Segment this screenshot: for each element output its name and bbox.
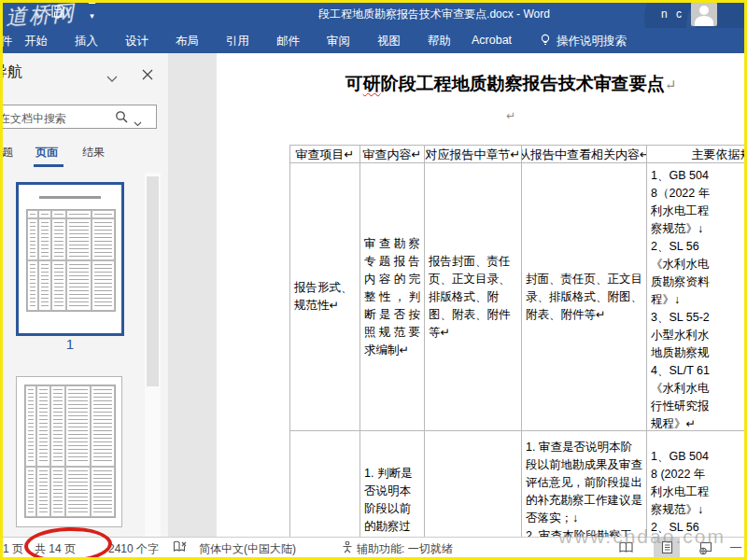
ribbon-tab-row: 文件 开始 插入 设计 布局 引用 邮件 审阅 视图 帮助 Acrobat 操作… <box>0 28 747 53</box>
navigation-pane: 导航 在文档中搜索 标题 页面 结果 1 <box>0 53 169 537</box>
tab-file[interactable]: 文件 <box>0 34 12 49</box>
search-dropdown-icon[interactable] <box>134 114 142 131</box>
table-cell: 1. 审查是否说明本阶段以前地勘成果及审查评估意见，前阶段提出的补充勘察工作建议… <box>522 431 647 537</box>
tab-mailings[interactable]: 邮件 <box>276 34 300 49</box>
table-cell: 封面、责任页、正文目录、排版格式、附图、附表、附件等↵ <box>522 163 647 431</box>
thumbnail-table <box>24 385 116 518</box>
search-placeholder: 在文档中搜索 <box>0 111 66 127</box>
screenshot-root: { "title_bar": { "title": "段工程地质勘察报告技术审查… <box>0 0 747 560</box>
table-cell: 报告形式、规范性↵ <box>290 163 360 431</box>
paragraph-mark: ↵ <box>665 77 677 92</box>
table-cell: 1. 判断是否说明本阶段以前的勘察过程，主要成 <box>360 431 425 537</box>
nav-scrollbar-thumb[interactable] <box>147 176 159 386</box>
site-url-watermark: www.cndao.com <box>558 525 726 548</box>
table-cell: 报告封面、责任页、正文目录、排版格式、附图、附表、附件等↵ <box>425 163 522 431</box>
document-heading: 可研阶段工程地质勘察报告技术审查要点↵ <box>217 72 744 96</box>
tab-insert[interactable]: 插入 <box>75 34 98 49</box>
empty-paragraph-mark: ↵ <box>217 109 744 127</box>
proofing-errors-icon[interactable] <box>173 540 188 556</box>
nav-tab-pages[interactable]: 页面 <box>35 145 58 161</box>
tab-design[interactable]: 设计 <box>125 34 148 49</box>
table-cell: 审查勘察专题报告内容的完整性，判断是否按照规范要求编制↵ <box>360 163 425 431</box>
table-cell: 1、GB 5048（2022 年 利水电工程察规范》↓ 2、SL 56《水利水电… <box>647 163 744 431</box>
tab-acrobat[interactable]: Acrobat <box>472 34 512 47</box>
table-cell: 1、GB 5048 (2022 年 利水电工程察规范》↓ 2、SL 56《水利水… <box>647 431 744 537</box>
close-icon[interactable] <box>142 67 153 84</box>
col-header-item: 审查项目↵ <box>290 146 360 163</box>
account-name[interactable]: n c <box>661 7 684 21</box>
chevron-down-icon[interactable] <box>106 70 118 87</box>
word-count[interactable]: 2410 个字 <box>108 541 159 557</box>
thumbnail-1-label: 1 <box>16 336 124 352</box>
active-tab-indicator <box>34 164 63 167</box>
thumbnail-table <box>26 209 117 312</box>
language-indicator[interactable]: 简体中文(中国大陆) <box>199 541 296 557</box>
nav-tab-headings[interactable]: 标题 <box>0 145 13 161</box>
tab-home[interactable]: 开始 <box>24 34 48 49</box>
avatar-body <box>695 16 713 26</box>
lightbulb-icon <box>540 34 551 50</box>
tell-me-search[interactable]: 操作说明搜索 <box>557 34 627 49</box>
document-page[interactable]: 可研阶段工程地质勘察报告技术审查要点↵ ↵ 审查项目↵ 审查内容↵ 对应报告中章… <box>217 53 744 537</box>
avatar-head <box>699 6 709 15</box>
accessibility-icon <box>341 540 354 556</box>
tab-layout[interactable]: 布局 <box>176 34 199 49</box>
work-area: 导航 在文档中搜索 标题 页面 结果 1 <box>0 53 747 537</box>
thumbnail-title-line <box>39 196 101 199</box>
table-cell <box>425 431 522 537</box>
tab-help[interactable]: 帮助 <box>428 34 451 49</box>
col-header-content: 审查内容↵ <box>360 146 425 163</box>
navigation-pane-title: 导航 <box>0 63 22 82</box>
nav-tab-results[interactable]: 结果 <box>82 145 105 161</box>
search-icon[interactable] <box>115 110 129 128</box>
title-bar: ▔▾ 段工程地质勘察报告技术审查要点.docx - Word n c <box>0 0 747 28</box>
document-search-input[interactable]: 在文档中搜索 <box>0 105 157 129</box>
page-thumbnail-1[interactable] <box>16 182 124 336</box>
spellcheck-squiggle: 研 <box>363 74 381 93</box>
page-thumbnail-2[interactable] <box>16 376 122 527</box>
site-logo-watermark: 道桥网 <box>5 0 77 33</box>
window-title: 段工程地质勘察报告技术审查要点.docx - Word <box>0 7 747 22</box>
zoom-out-button[interactable]: — <box>730 540 741 553</box>
tab-references[interactable]: 引用 <box>226 34 249 49</box>
col-header-related: 从报告中查看相关内容↵ <box>522 146 647 163</box>
document-area: 可研阶段工程地质勘察报告技术审查要点↵ ↵ 审查项目↵ 审查内容↵ 对应报告中章… <box>168 53 747 537</box>
tab-review[interactable]: 审阅 <box>327 34 350 49</box>
review-points-table: 审查项目↵ 审查内容↵ 对应报告中章节↵ 从报告中查看相关内容↵ 主要依据规范 … <box>289 145 744 537</box>
user-avatar[interactable] <box>691 2 717 26</box>
col-header-chapter: 对应报告中章节↵ <box>425 146 522 163</box>
table-cell <box>290 431 360 537</box>
col-header-basis: 主要依据规范 <box>647 146 744 163</box>
accessibility-status[interactable]: 辅助功能: 一切就绪 <box>357 541 453 557</box>
tab-view[interactable]: 视图 <box>377 34 401 49</box>
